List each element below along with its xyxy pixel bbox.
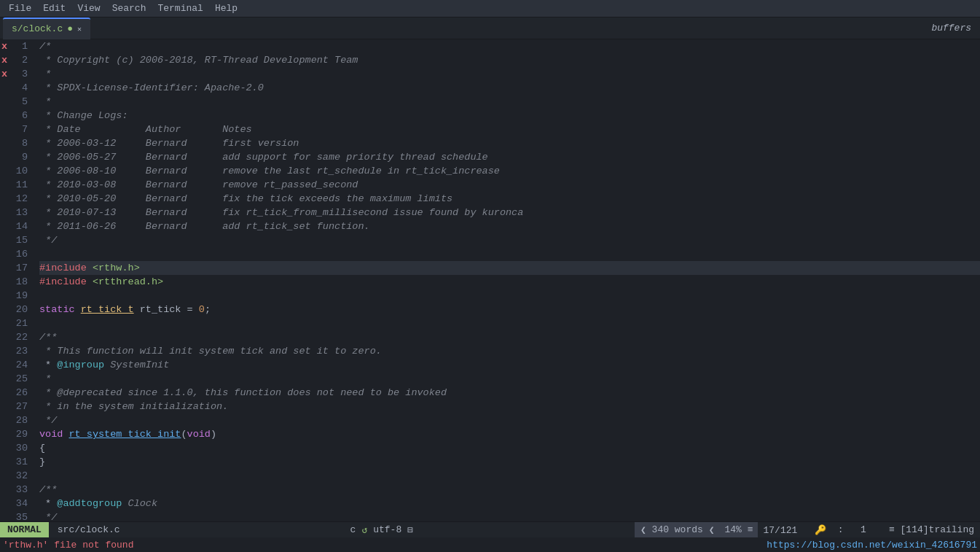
status-encoding: utf-8	[373, 524, 401, 535]
code-line: * 2006-03-12 Bernard first version	[39, 136, 980, 150]
menu-help[interactable]: Help	[209, 1, 243, 15]
menu-terminal[interactable]: Terminal	[152, 1, 208, 15]
line-number: 17	[12, 261, 28, 275]
line-number: 26	[12, 386, 28, 400]
line-number: 27	[12, 400, 28, 413]
code-line: * 2006-08-10 Bernard remove the last rt_…	[39, 164, 980, 178]
line-number: 5	[12, 95, 28, 109]
code-line	[39, 289, 980, 303]
status-arrow-left: ❮	[640, 524, 646, 536]
code-line: * This function will init system tick an…	[39, 344, 980, 358]
menu-view[interactable]: View	[71, 1, 106, 15]
line-number: 16	[12, 247, 28, 261]
code-line: *	[39, 67, 980, 81]
line-number: 4	[12, 81, 28, 95]
code-line: void rt_system_tick_init(void)	[39, 427, 980, 441]
error-marker: x	[0, 39, 9, 53]
code-line: * Change Logs:	[39, 109, 980, 123]
status-arrow-left2: ❮	[709, 524, 715, 536]
line-number: 18	[12, 275, 28, 289]
status-percent: 14% ≡	[720, 522, 757, 538]
code-line: }	[39, 455, 980, 469]
line-number: 31	[12, 455, 28, 469]
status-pos-value: 17/121	[764, 525, 798, 536]
status-mode: NORMAL	[0, 522, 49, 538]
line-number: 14	[12, 219, 28, 233]
line-number: 8	[12, 136, 28, 150]
code-line: #include <rthw.h>	[39, 261, 980, 275]
code-area[interactable]: /* * Copyright (c) 2006-2018, RT-Thread …	[34, 39, 980, 521]
line-number: 12	[12, 192, 28, 206]
tabbar: s/clock.c ● ✕ buffers	[0, 18, 980, 39]
status-filetype: c	[350, 524, 356, 535]
code-line: */	[39, 510, 980, 521]
tab-clock-c[interactable]: s/clock.c ● ✕	[3, 18, 90, 39]
code-line: * in the system initialization.	[39, 400, 980, 413]
line-number: 29	[12, 427, 28, 441]
line-number: 23	[12, 344, 28, 358]
tab-modified-icon: ●	[67, 23, 73, 34]
code-line: /*	[39, 39, 980, 53]
line-number: 10	[12, 164, 28, 178]
status-middle: c ↺ utf-8 ⊟	[129, 524, 635, 536]
code-line: * Copyright (c) 2006-2018, RT-Thread Dev…	[39, 53, 980, 67]
status-format-icon: ⊟	[407, 524, 413, 536]
code-line: * @deprecated since 1.1.0, this function…	[39, 386, 980, 400]
line-numbers-column: 1234567891011121314151617181920212223242…	[9, 39, 34, 521]
line-number: 35	[12, 510, 28, 521]
code-line: * SPDX-License-Identifier: Apache-2.0	[39, 81, 980, 95]
line-number: 19	[12, 289, 28, 303]
line-number: 32	[12, 469, 28, 483]
line-number: 15	[12, 233, 28, 247]
message-error: 'rthw.h' file not found	[3, 540, 133, 551]
status-trailing-label: ≡ [114]trailing	[889, 524, 974, 535]
status-trailing: : 1 ≡ [114]trailing	[832, 524, 980, 535]
line-number: 20	[12, 303, 28, 316]
status-colon: :	[838, 524, 844, 535]
menu-file[interactable]: File	[3, 1, 37, 15]
status-percent-value: 14%	[724, 524, 741, 535]
line-number: 30	[12, 441, 28, 455]
message-url: https://blog.csdn.net/weixin_42616791	[767, 540, 977, 551]
menu-search[interactable]: Search	[106, 1, 152, 15]
line-number: 25	[12, 372, 28, 386]
line-number: 7	[12, 123, 28, 136]
tab-label: s/clock.c	[12, 23, 63, 34]
code-line: {	[39, 441, 980, 455]
code-line: * @addtogroup Clock	[39, 497, 980, 510]
code-line: * @ingroup SystemInit	[39, 358, 980, 372]
line-number: 9	[12, 150, 28, 164]
statusline: NORMAL src/clock.c c ↺ utf-8 ⊟ ❮ 340 wor…	[0, 521, 980, 537]
code-line: */	[39, 233, 980, 247]
code-line: * 2010-05-20 Bernard fix the tick exceed…	[39, 192, 980, 206]
status-col: 1	[861, 524, 866, 535]
line-number: 11	[12, 178, 28, 192]
code-line: * 2010-03-08 Bernard remove rt_passed_se…	[39, 178, 980, 192]
error-markers-column: xxx	[0, 39, 9, 521]
line-number: 1	[12, 39, 28, 53]
code-line: * Date Author Notes	[39, 123, 980, 136]
line-number: 22	[12, 330, 28, 344]
line-number: 6	[12, 109, 28, 123]
line-number: 34	[12, 497, 28, 510]
line-number: 13	[12, 206, 28, 219]
line-number: 24	[12, 358, 28, 372]
line-number: 21	[12, 316, 28, 330]
line-number: 2	[12, 53, 28, 67]
buffers-label: buffers	[931, 23, 977, 34]
menu-edit[interactable]: Edit	[37, 1, 71, 15]
code-line: * 2010-07-13 Bernard fix rt_tick_from_mi…	[39, 206, 980, 219]
tab-close-button[interactable]: ✕	[77, 25, 82, 34]
error-marker: x	[0, 67, 9, 81]
status-filename: src/clock.c	[49, 524, 129, 535]
code-line: /**	[39, 330, 980, 344]
code-line: * 2006-05-27 Bernard add support for sam…	[39, 150, 980, 164]
code-line: * 2011-06-26 Bernard add rt_tick_set fun…	[39, 219, 980, 233]
code-line: static rt_tick_t rt_tick = 0;	[39, 303, 980, 316]
code-line: /**	[39, 483, 980, 497]
code-line	[39, 247, 980, 261]
status-words: ❮ 340 words ❮	[635, 522, 721, 538]
code-line: */	[39, 413, 980, 427]
code-line: *	[39, 95, 980, 109]
status-words-label: 340 words	[652, 524, 703, 535]
